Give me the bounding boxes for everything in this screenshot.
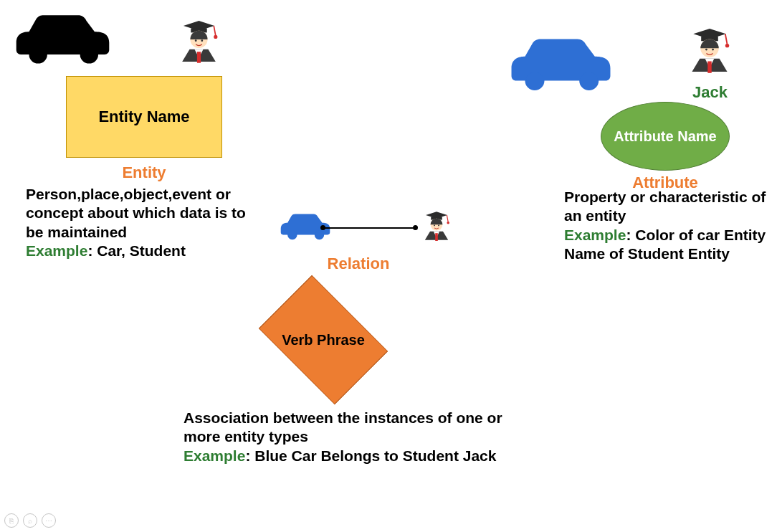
entity-example-text: : Car, Student	[87, 242, 186, 259]
entity-example-label: Example	[26, 242, 87, 259]
student-relation-icon	[413, 202, 460, 252]
copy-icon[interactable]: ⎘	[4, 513, 19, 528]
relation-endpoint-left	[320, 225, 325, 230]
entity-description: Person,place,object,event or concept abo…	[26, 186, 246, 240]
student-jack-icon	[674, 14, 745, 89]
entity-description-block: Person,place,object,event or concept abo…	[26, 185, 255, 260]
attribute-example-label: Example	[564, 227, 626, 243]
car-blue-large-icon	[502, 27, 620, 98]
bottom-toolbar: ⎘ ⌕ ⋯	[4, 513, 56, 528]
relation-description: Association between the instances of one…	[183, 409, 502, 445]
entity-rectangle: Entity Name	[66, 76, 222, 158]
jack-label: Jack	[692, 83, 728, 102]
entity-shape-label: Entity Name	[98, 108, 189, 126]
relation-description-block: Association between the instances of one…	[183, 409, 542, 465]
relation-example-label: Example	[183, 447, 245, 464]
relation-diamond: Verb Phrase	[245, 285, 401, 394]
zoom-icon[interactable]: ⌕	[23, 513, 37, 528]
car-blue-small-icon	[276, 208, 335, 245]
relation-example-text: : Blue Car Belongs to Student Jack	[245, 447, 496, 464]
attribute-description: Property or characteristic of an entity	[564, 189, 766, 224]
car-black-icon	[7, 6, 118, 70]
attribute-description-block: Property or characteristic of an entity …	[564, 188, 772, 263]
relation-line	[323, 227, 416, 229]
relation-shape-label: Verb Phrase	[282, 332, 365, 348]
attribute-ellipse: Attribute Name	[601, 102, 730, 171]
attribute-shape-label: Attribute Name	[614, 128, 716, 145]
student-black-icon	[165, 7, 233, 78]
relation-title: Relation	[276, 255, 441, 273]
entity-title: Entity	[66, 163, 222, 182]
more-icon[interactable]: ⋯	[42, 513, 56, 528]
